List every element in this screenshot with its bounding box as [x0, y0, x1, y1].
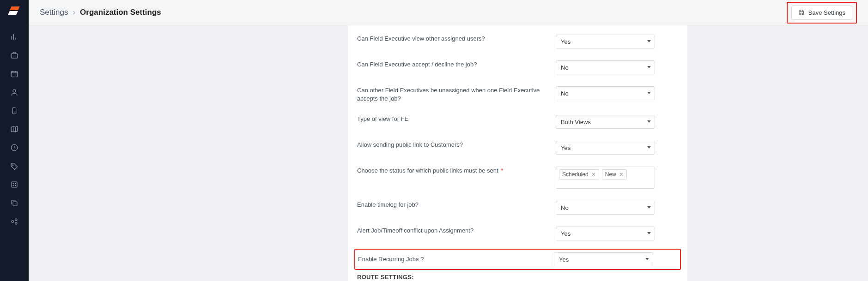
nav-users[interactable] [0, 83, 29, 102]
nav-grid[interactable] [0, 175, 29, 194]
tag-remove-icon[interactable]: ✕ [619, 172, 624, 177]
setting-row: Can Field Executive view other assigned … [357, 32, 678, 58]
status-tag: New✕ [602, 169, 627, 179]
status-tags-input[interactable]: Scheduled✕ New✕ [556, 167, 655, 189]
setting-label: Enable timelog for job? [357, 201, 556, 209]
svg-rect-1 [11, 72, 18, 77]
setting-label: Type of view for FE [357, 115, 556, 123]
setting-select-conflict-alert[interactable] [556, 227, 655, 240]
nav-map[interactable] [0, 120, 29, 138]
setting-select-unassign[interactable] [556, 86, 655, 100]
setting-row: Can other Field Executives be unassigned… [357, 84, 678, 112]
grid-icon [10, 180, 18, 189]
bar-chart-icon [10, 33, 18, 41]
svg-rect-0 [11, 54, 18, 58]
setting-select-view-type[interactable] [556, 115, 655, 129]
app-logo [8, 5, 21, 18]
setting-label: Can other Field Executives be unassigned… [357, 86, 556, 103]
svg-point-14 [15, 222, 18, 225]
setting-label: Choose the status for which public links… [357, 167, 556, 175]
setting-row-recurring-highlight: Enable Recurring Jobs ? [354, 249, 681, 270]
save-settings-button[interactable]: Save Settings [791, 6, 852, 20]
setting-label: Alert Job/Timeoff conflict upon Assignme… [357, 227, 556, 235]
tag-remove-icon[interactable]: ✕ [591, 172, 596, 177]
nav-calendar[interactable] [0, 65, 29, 83]
setting-select-public-link[interactable] [556, 141, 655, 155]
nav-copy[interactable] [0, 194, 29, 212]
setting-row: Type of view for FE [357, 112, 678, 138]
breadcrumb-current: Organization Settings [80, 8, 161, 17]
setting-label: Allow sending public link to Customers? [357, 141, 556, 149]
nav-dashboard[interactable] [0, 28, 29, 46]
svg-point-9 [13, 185, 14, 186]
svg-point-7 [13, 183, 14, 184]
setting-label: Can Field Executive accept / decline the… [357, 60, 556, 69]
setting-select-recurring-jobs[interactable] [554, 252, 653, 266]
save-highlight: Save Settings [787, 2, 857, 24]
breadcrumb-root[interactable]: Settings [40, 8, 68, 17]
clock-icon [10, 143, 18, 152]
svg-point-5 [12, 165, 13, 166]
required-asterisk: * [499, 167, 504, 174]
svg-point-10 [15, 185, 16, 186]
calendar-icon [10, 70, 18, 78]
setting-label: Can Field Executive view other assigned … [357, 35, 556, 43]
svg-point-8 [15, 183, 16, 184]
svg-rect-6 [12, 182, 17, 187]
page-header: Settings › Organization Settings Save Se… [29, 0, 868, 25]
setting-select-accept-decline[interactable] [556, 60, 655, 74]
svg-point-13 [15, 219, 18, 221]
section-title-route: ROUTE SETTINGS: [357, 274, 678, 281]
setting-row: Choose the status for which public links… [357, 164, 678, 198]
sidebar [0, 0, 29, 281]
map-icon [10, 125, 18, 133]
status-tag: Scheduled✕ [559, 169, 599, 179]
svg-rect-11 [13, 202, 17, 206]
nav-time[interactable] [0, 138, 29, 157]
setting-row: Allow sending public link to Customers? [357, 138, 678, 164]
settings-panel: Can Field Executive view other assigned … [348, 25, 687, 281]
tag-icon [10, 162, 18, 170]
user-icon [10, 88, 18, 96]
content-area: Can Field Executive view other assigned … [29, 25, 868, 281]
setting-select-view-users[interactable] [556, 35, 655, 48]
copy-icon [10, 199, 18, 207]
nav-device[interactable] [0, 102, 29, 120]
setting-label: Enable Recurring Jobs ? [358, 255, 554, 263]
svg-point-12 [12, 221, 14, 223]
nav-integrations[interactable] [0, 212, 29, 231]
save-icon [798, 9, 805, 16]
svg-point-2 [13, 90, 16, 92]
setting-row: Can Field Executive accept / decline the… [357, 58, 678, 84]
phone-icon [10, 107, 18, 115]
nav-jobs[interactable] [0, 46, 29, 65]
save-button-label: Save Settings [808, 9, 845, 16]
setting-row: Enable timelog for job? [357, 198, 678, 224]
link-icon [10, 217, 18, 226]
chevron-right-icon: › [73, 8, 75, 17]
setting-select-timelog[interactable] [556, 201, 655, 215]
briefcase-icon [10, 51, 18, 60]
setting-row: Alert Job/Timeoff conflict upon Assignme… [357, 224, 678, 250]
breadcrumb: Settings › Organization Settings [40, 8, 161, 17]
nav-tags[interactable] [0, 157, 29, 175]
